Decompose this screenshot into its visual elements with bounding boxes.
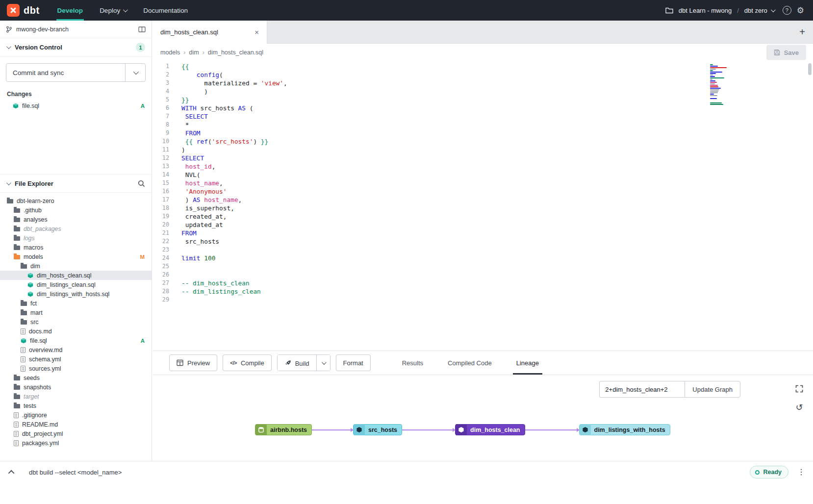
tree-item-mart[interactable]: mart	[0, 308, 152, 317]
expand-panel-button[interactable]	[8, 468, 16, 477]
tree-item-fct[interactable]: fct	[0, 299, 152, 308]
lineage-node-dim-listings-with-hosts[interactable]: dim_listings_with_hosts	[579, 424, 670, 435]
code-line[interactable]: 10 {{ ref('src_hosts') }}	[152, 137, 813, 146]
code-line[interactable]: 8 *	[152, 121, 813, 129]
lineage-node-src-hosts[interactable]: src_hosts	[353, 424, 402, 435]
new-tab-button[interactable]: +	[799, 27, 805, 37]
tree-item-logs[interactable]: logs	[0, 233, 152, 243]
code-line[interactable]: 7 SELECT	[152, 112, 813, 121]
lineage-selector-input[interactable]	[599, 381, 685, 398]
nav-documentation[interactable]: Documentation	[142, 0, 189, 21]
preview-button[interactable]: Preview	[169, 354, 217, 371]
editor-scrollbar[interactable]	[808, 63, 812, 75]
code-line[interactable]: 17 ) AS host_name,	[152, 196, 813, 204]
code-line[interactable]: 14 NVL(	[152, 171, 813, 179]
code-line[interactable]: 16 'Anonymous'	[152, 187, 813, 196]
update-graph-button[interactable]: Update Graph	[685, 381, 740, 398]
dbt-brand[interactable]: dbt	[0, 4, 48, 17]
help-icon[interactable]: ?	[783, 6, 791, 15]
minimap[interactable]	[710, 64, 730, 107]
overflow-menu-icon[interactable]: ⋮	[797, 468, 805, 476]
changed-file-row[interactable]: file.sql A	[0, 101, 152, 111]
lineage-node-dim-hosts-clean[interactable]: dim_hosts_clean	[455, 424, 525, 435]
tree-item-tests[interactable]: tests	[0, 401, 152, 410]
tree-item-README.md[interactable]: README.md	[0, 420, 152, 429]
code-line[interactable]: 28-- dim_listings_clean	[152, 287, 813, 296]
tree-item-dim_hosts_clean.sql[interactable]: dim_hosts_clean.sql	[0, 271, 152, 280]
save-button[interactable]: Save	[766, 45, 806, 60]
tree-item-.github[interactable]: .github	[0, 205, 152, 215]
compile-button[interactable]: </> Compile	[223, 354, 271, 371]
tree-item-dbt-learn-zero[interactable]: dbt-learn-zero	[0, 196, 152, 205]
code-line[interactable]: 18 is_superhost,	[152, 204, 813, 212]
tree-item-file.sql[interactable]: file.sqlA	[0, 336, 152, 345]
code-line[interactable]: 20 updated_at	[152, 221, 813, 229]
tree-item-models[interactable]: modelsM	[0, 252, 152, 261]
tree-item-snapshots[interactable]: snapshots	[0, 382, 152, 392]
tree-item-analyses[interactable]: analyses	[0, 215, 152, 224]
file-explorer-header[interactable]: File Explorer	[0, 174, 152, 193]
environment-selector[interactable]: dbt zero	[744, 7, 774, 14]
tree-item-dbt_packages[interactable]: dbt_packages	[0, 224, 152, 233]
tree-item-src[interactable]: src	[0, 317, 152, 327]
tab-results[interactable]: Results	[399, 351, 427, 375]
tree-item-packages.yml[interactable]: packages.yml	[0, 438, 152, 448]
commit-and-sync-button[interactable]: Commit and sync	[6, 64, 126, 81]
tree-item-sources.yml[interactable]: sources.yml	[0, 364, 152, 373]
code-line[interactable]: 19 created_at,	[152, 212, 813, 221]
format-button[interactable]: Format	[336, 354, 371, 371]
tab-lineage[interactable]: Lineage	[513, 351, 542, 375]
tree-item-target[interactable]: target	[0, 392, 152, 401]
tree-item-macros[interactable]: macros	[0, 243, 152, 252]
close-tab-icon[interactable]: ×	[254, 28, 259, 36]
split-view-icon[interactable]	[138, 26, 146, 32]
code-line[interactable]: 15 host_name,	[152, 179, 813, 187]
code-line[interactable]: 24limit 100	[152, 254, 813, 262]
commit-options-button[interactable]	[126, 64, 145, 81]
tab-compiled-code[interactable]: Compiled Code	[444, 351, 495, 375]
tree-item-overview.md[interactable]: overview.md	[0, 345, 152, 354]
reset-view-icon[interactable]: ↺	[792, 401, 806, 414]
file-icon	[21, 347, 25, 353]
nav-develop[interactable]: Develop	[56, 0, 84, 21]
code-line[interactable]: 27-- dim_hosts_clean	[152, 279, 813, 287]
branch-indicator[interactable]: mwong-dev-branch	[0, 21, 152, 38]
code-line[interactable]: 12SELECT	[152, 154, 813, 162]
tree-item-dim_listings_with_hosts.sql[interactable]: dim_listings_with_hosts.sql	[0, 289, 152, 299]
fullscreen-icon[interactable]	[792, 382, 806, 396]
lineage-node-airbnb-hosts[interactable]: airbnb.hosts	[255, 424, 312, 435]
breadcrumb-item[interactable]: dim	[189, 49, 199, 56]
tree-item-.gitignore[interactable]: .gitignore	[0, 410, 152, 420]
code-line[interactable]: 21FROM	[152, 229, 813, 237]
code-line[interactable]: 26	[152, 271, 813, 279]
command-input[interactable]: dbt build --select <model_name>	[29, 469, 122, 476]
account-selector[interactable]: dbt Learn - mwong	[679, 7, 732, 14]
code-line[interactable]: 29	[152, 296, 813, 304]
tree-item-dim_listings_clean.sql[interactable]: dim_listings_clean.sql	[0, 280, 152, 289]
tree-item-dbt_project.yml[interactable]: dbt_project.yml	[0, 429, 152, 438]
build-options-button[interactable]	[316, 355, 330, 371]
code-line[interactable]: 25	[152, 262, 813, 271]
breadcrumb-item[interactable]: models	[160, 49, 180, 56]
dbt-cloud-ide: dbt Develop Deploy Documentation dbt Lea…	[0, 0, 813, 504]
code-line[interactable]: 11)	[152, 146, 813, 154]
code-line[interactable]: 13 host_id,	[152, 162, 813, 171]
editor-tab[interactable]: dim_hosts_clean.sql ×	[152, 21, 267, 44]
code-line[interactable]: 23	[152, 246, 813, 254]
model-file-icon	[13, 103, 19, 109]
version-control-header[interactable]: Version Control 1	[0, 38, 152, 57]
tree-item-label: seeds	[24, 375, 40, 381]
model-file-icon	[27, 282, 33, 288]
code-line[interactable]: 22 src_hosts	[152, 237, 813, 246]
code-editor[interactable]: 1{{2 config(3 materialized = 'view',4 )5…	[152, 61, 813, 351]
nav-deploy[interactable]: Deploy	[99, 0, 127, 21]
search-icon[interactable]	[138, 180, 145, 187]
breadcrumb-item[interactable]: dim_hosts_clean.sql	[208, 49, 263, 56]
tree-item-dim[interactable]: dim	[0, 261, 152, 271]
build-button[interactable]: Build	[278, 355, 316, 371]
tree-item-seeds[interactable]: seeds	[0, 373, 152, 382]
settings-gear-icon[interactable]: ⚙	[797, 6, 804, 15]
code-line[interactable]: 9 FROM	[152, 129, 813, 137]
tree-item-schema.yml[interactable]: schema.yml	[0, 354, 152, 364]
tree-item-docs.md[interactable]: docs.md	[0, 327, 152, 336]
